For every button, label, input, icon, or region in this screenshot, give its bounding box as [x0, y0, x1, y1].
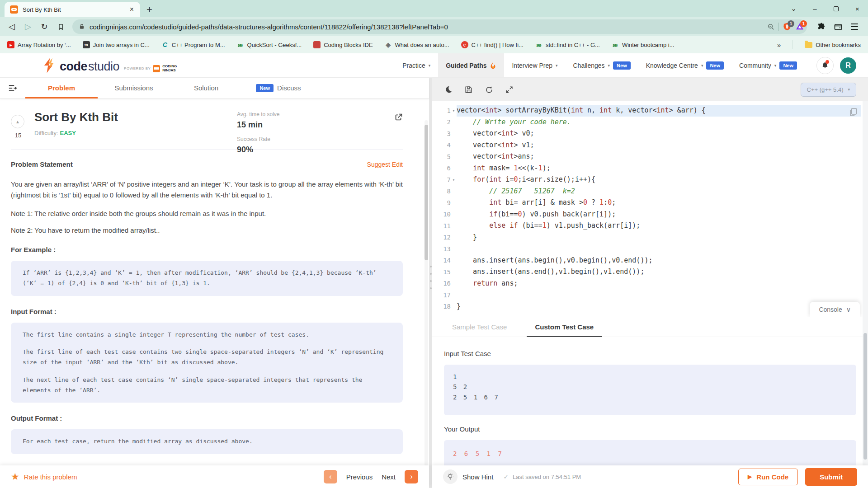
code-line[interactable]: for(int i=0;i<arr.size();i++){ [457, 174, 861, 186]
copy-code-button[interactable] [849, 108, 857, 117]
bookmarks-overflow-icon[interactable]: » [777, 41, 781, 49]
minimize-button[interactable]: – [804, 0, 826, 17]
language-select[interactable]: C++ (g++ 5.4)▾ [801, 83, 856, 97]
save-icon[interactable] [464, 85, 473, 94]
new-tab-button[interactable]: + [146, 4, 152, 15]
other-bookmarks-button[interactable]: Other bookmarks [805, 42, 861, 48]
bookmark-item[interactable]: tdJoin two arrays in C... [83, 41, 150, 48]
wallet-icon[interactable] [834, 22, 843, 31]
rate-problem-button[interactable]: ★Rate this problem [11, 471, 77, 482]
previous-label[interactable]: Previous [346, 473, 373, 481]
nav-community[interactable]: Community▾New [731, 53, 805, 77]
code-line[interactable]: return ans; [457, 278, 861, 290]
notifications-button[interactable] [816, 57, 834, 74]
code-line[interactable]: ans.insert(ans.end(),v1.begin(),v1.end()… [457, 266, 861, 278]
nav-practice[interactable]: Practice▾ [395, 53, 438, 77]
divider [11, 149, 403, 150]
bookmark-item[interactable]: ◈What does an auto... [385, 41, 449, 48]
bookmark-item[interactable]: eC++ find() | How fi... [461, 41, 524, 48]
rewards-badge: 1 [800, 20, 807, 27]
run-code-button[interactable]: ▶Run Code [738, 469, 798, 485]
lock-icon [79, 23, 85, 30]
url-bar[interactable]: codingninjas.com/codestudio/guided-paths… [72, 19, 807, 34]
back-button[interactable]: ◁ [4, 19, 20, 35]
code-line[interactable]: ans.insert(ans.begin(),v0.begin(),v0.end… [457, 255, 861, 267]
bookmark-item[interactable]: æWinter bootcamp i... [612, 41, 675, 48]
suggest-edit-link[interactable]: Suggest Edit [367, 161, 403, 168]
maximize-button[interactable] [826, 0, 847, 17]
tab-solution[interactable]: Solution [170, 78, 242, 98]
code-line[interactable]: } [457, 301, 861, 313]
close-window-button[interactable]: × [847, 0, 868, 17]
bookmark-item[interactable]: Coding Blocks IDE [313, 41, 373, 48]
dark-mode-icon[interactable] [444, 85, 453, 94]
code-line[interactable]: // Write your code here. [457, 117, 861, 128]
bookmark-item[interactable]: æstd::find in C++ - G... [535, 41, 600, 48]
code-line[interactable]: if(bi==0) v0.push_back(arr[i]); [457, 209, 861, 221]
tab-custom-test-case[interactable]: Custom Test Case [527, 317, 602, 337]
code-line[interactable] [457, 243, 861, 255]
tab-discuss[interactable]: NewDiscuss [242, 78, 315, 98]
code-line[interactable]: vector<int> v0; [457, 128, 861, 140]
nav-interview-prep[interactable]: Interview Prep▾ [504, 53, 565, 77]
line-number: 15 [432, 266, 457, 278]
codestudio-logo[interactable]: codestudio POWERED BY CODINGNINJAS [42, 57, 177, 74]
bookmark-item[interactable]: æQuickSort - Geeksf... [237, 41, 302, 48]
forward-button[interactable]: ▷ [20, 19, 36, 35]
upvote-button[interactable]: ▲ [11, 115, 24, 128]
bookmark-item[interactable]: CC++ Program to M... [161, 41, 225, 48]
code-line[interactable]: int mask= 1<<(k-1); [457, 163, 861, 174]
submit-button[interactable]: Submit [805, 468, 857, 486]
nav-knowledge-centre[interactable]: Knowledge Centre▾New [638, 53, 731, 77]
extensions-icon[interactable] [817, 23, 826, 31]
bookmark-label: Coding Blocks IDE [324, 42, 373, 48]
tab-sample-test-case[interactable]: Sample Test Case [444, 317, 515, 337]
nav-challenges[interactable]: Challenges▾New [565, 53, 638, 77]
line-number: 14 [432, 255, 457, 267]
reload-button[interactable]: ↻ [36, 19, 52, 35]
tab-submissions[interactable]: Submissions [98, 78, 170, 98]
code-line[interactable]: vector<int> v1; [457, 140, 861, 151]
brave-rewards-icon[interactable]: 1 [795, 22, 804, 31]
code-line[interactable]: vector<int> sortArrayByKBit(int n, int k… [457, 105, 861, 117]
next-button-icon[interactable]: › [405, 470, 418, 483]
code-fold-icon[interactable]: ▾ [451, 108, 457, 113]
code-line[interactable] [457, 289, 861, 301]
problem-scrollbar-thumb[interactable] [425, 125, 428, 260]
next-label[interactable]: Next [382, 473, 396, 481]
tab-problem[interactable]: Problem [25, 78, 98, 98]
fullscreen-icon[interactable] [505, 85, 514, 94]
panel-resize-handle[interactable] [429, 78, 432, 488]
problem-statement: You are given an array/list ‘ARR’ of ‘N’… [11, 179, 403, 201]
codingninjas-mini-logo [153, 65, 160, 72]
browser-tab[interactable]: Sort By Kth Bit × [5, 2, 140, 17]
bookmark-flag-icon[interactable] [52, 19, 69, 35]
your-output-box: 2 6 5 1 7 [444, 440, 856, 465]
nav-guided-paths[interactable]: Guided Paths [438, 53, 504, 77]
zoom-out-icon[interactable] [767, 23, 775, 31]
code-line[interactable]: } [457, 232, 861, 244]
tab-search-icon[interactable]: ⌄ [783, 0, 804, 17]
code-line[interactable]: int bi= arr[i] & mask >0 ? 1:0; [457, 197, 861, 209]
share-button[interactable] [394, 112, 404, 122]
code-fold-icon[interactable]: ▾ [451, 178, 457, 182]
show-hint-button[interactable]: Show Hint [443, 469, 493, 484]
problem-content: ▲ 15 Sort By Kth Bit Difficulty:EASY Avg… [0, 99, 429, 465]
console-toggle[interactable]: Console∨ [810, 302, 860, 317]
code-line[interactable]: vector<int>ans; [457, 151, 861, 163]
geeksforgeeks-icon: æ [535, 41, 542, 48]
code-line[interactable]: else if (bi==1) v1.push_back(arr[i]); [457, 220, 861, 232]
reset-code-icon[interactable] [485, 85, 493, 94]
previous-button-icon[interactable]: ‹ [324, 470, 337, 483]
tab-close-icon[interactable]: × [129, 5, 135, 14]
brave-shield-icon[interactable]: 1 [783, 22, 792, 31]
avatar[interactable]: R [840, 57, 856, 74]
browser-navbar: ◁ ▷ ↻ codingninjas.com/codestudio/guided… [0, 17, 868, 36]
code-editor[interactable]: 1▾234567▾89101112131415161718 vector<int… [432, 101, 868, 317]
browser-menu-icon[interactable] [851, 23, 858, 30]
panel-scrollbar-thumb[interactable] [863, 333, 867, 460]
bookmark-item[interactable]: Array Rotation by ‘... [7, 41, 71, 48]
input-test-case-box[interactable]: 15 22 5 1 6 7 [444, 365, 856, 415]
sidebar-toggle-button[interactable] [0, 78, 25, 98]
code-line[interactable]: // 25167 51267 k=2 [457, 186, 861, 197]
